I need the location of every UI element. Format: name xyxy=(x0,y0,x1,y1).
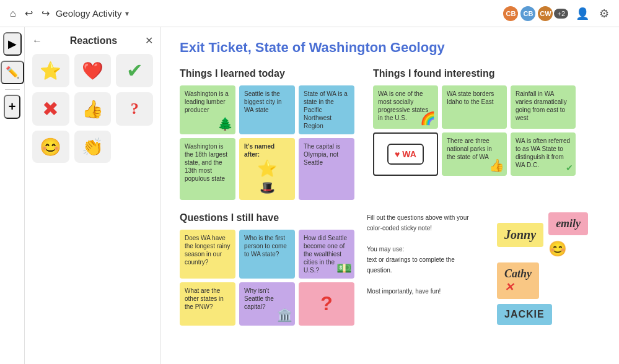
sticky-learned-3[interactable]: State of WA is a state in the Pacific No… xyxy=(299,85,354,134)
top-sections: Things I learned today Washington is a l… xyxy=(180,68,600,200)
reaction-star[interactable]: ⭐ xyxy=(32,54,69,87)
select-tool-button[interactable]: ▶ xyxy=(3,32,22,56)
questions-section: Questions I still have Does WA have the … xyxy=(180,212,354,326)
avatar-2: CB xyxy=(519,5,537,22)
reactions-grid: ⭐ ❤️ ✔ ✖ 👍 ? 😊 👏 xyxy=(32,54,153,163)
pen-tool-button[interactable]: ✏️ xyxy=(1,61,24,84)
wa-label: ♥ WA xyxy=(387,144,424,165)
reaction-thumbs-up[interactable]: 👍 xyxy=(74,92,112,126)
sticky-learned-4[interactable]: Washington is the 18th largest state, an… xyxy=(180,138,235,200)
learned-title: Things I learned today xyxy=(180,68,354,79)
settings-button[interactable]: ⚙ xyxy=(597,4,612,23)
reactions-panel: ← Reactions ✕ ⭐ ❤️ ✔ ✖ 👍 ? 😊 👏 xyxy=(25,27,161,364)
instructions-box: Fill out the questions above with your c… xyxy=(367,212,478,297)
topbar-right: CB CB CW +2 👤 ⚙ xyxy=(502,4,612,23)
sticky-interesting-5[interactable]: There are three national parks in the st… xyxy=(442,132,507,176)
reaction-x[interactable]: ✖ xyxy=(32,92,69,126)
left-sidebar: ▶ ✏️ + xyxy=(0,27,25,364)
sidebar-divider xyxy=(5,89,20,90)
reactions-header: ← Reactions ✕ xyxy=(32,35,153,46)
name-jonny: Jonny xyxy=(497,223,543,247)
sticky-interesting-1[interactable]: WA is one of the most socially progressi… xyxy=(373,85,438,129)
avatar-1: CB xyxy=(502,5,519,22)
smile-emoji-area: 😊 xyxy=(548,240,588,258)
title-dropdown-button[interactable]: ▾ xyxy=(125,9,129,18)
name-stickers: Jonny emily 😊 Cathy✕ JACKIE xyxy=(497,212,600,325)
home-button[interactable]: ⌂ xyxy=(7,6,19,22)
share-button[interactable]: 👤 xyxy=(573,4,592,23)
redo-button[interactable]: ↪ xyxy=(39,5,52,22)
reaction-clap[interactable]: 👏 xyxy=(74,131,112,163)
sticky-q5[interactable]: Why isn't Seattle the capital? 🏛️ xyxy=(239,282,295,326)
learned-grid: Washington is a leading lumber producer … xyxy=(180,85,354,200)
main-area: ▶ ✏️ + ← Reactions ✕ ⭐ ❤️ ✔ ✖ 👍 ? 😊 👏 Ex… xyxy=(0,27,619,364)
interesting-section: Things I found interesting WA is one of … xyxy=(373,68,608,200)
canvas: Exit Ticket, State of Washington Geology… xyxy=(161,27,619,364)
learned-section: Things I learned today Washington is a l… xyxy=(180,68,354,200)
sticky-learned-1[interactable]: Washington is a leading lumber producer … xyxy=(180,85,235,134)
document-title: Geology Activity xyxy=(56,8,122,19)
sticky-q4[interactable]: What are the other states in the PNW? xyxy=(180,282,235,326)
interesting-grid: WA is one of the most socially progressi… xyxy=(373,85,608,176)
undo-button[interactable]: ↩ xyxy=(22,5,35,22)
reaction-check[interactable]: ✔ xyxy=(116,54,153,87)
reaction-smile[interactable]: 😊 xyxy=(32,131,69,163)
sticky-wa-badge[interactable]: ♥ WA xyxy=(373,132,438,176)
reaction-heart[interactable]: ❤️ xyxy=(74,54,112,87)
avatar-group: CB CB CW +2 xyxy=(502,5,568,22)
name-col-3: Cathy✕ JACKIE xyxy=(497,262,552,325)
reactions-close-button[interactable]: ✕ xyxy=(145,35,153,46)
extra-users-badge: +2 xyxy=(554,9,568,19)
sticky-q1[interactable]: Does WA have the longest rainy season in… xyxy=(180,230,235,279)
sticky-interesting-6[interactable]: WA is often referred to as WA State to d… xyxy=(511,132,576,176)
avatar-3: CW xyxy=(537,5,554,22)
reactions-title: Reactions xyxy=(70,35,117,46)
sticky-q3[interactable]: How did Seattle become one of the wealth… xyxy=(299,230,354,279)
sticky-q2[interactable]: Who is the first person to come to WA st… xyxy=(239,230,295,279)
add-tool-button[interactable]: + xyxy=(4,95,21,119)
reaction-question[interactable]: ? xyxy=(116,92,153,126)
sticky-learned-5[interactable]: It's named after: ⭐ 🎩 xyxy=(239,138,295,200)
sticky-interesting-3[interactable]: Rainfall in WA varies dramatically going… xyxy=(511,85,576,129)
name-cathy: Cathy✕ xyxy=(497,262,539,299)
questions-grid: Does WA have the longest rainy season in… xyxy=(180,230,354,326)
interesting-title: Things I found interesting xyxy=(373,68,608,79)
sticky-interesting-2[interactable]: WA state borders Idaho to the East xyxy=(442,85,507,129)
questions-title: Questions I still have xyxy=(180,212,354,223)
instructions-text: Fill out the questions above with your c… xyxy=(367,212,478,297)
reactions-back-button[interactable]: ← xyxy=(32,35,42,46)
bottom-row: Questions I still have Does WA have the … xyxy=(180,212,600,326)
sticky-q6[interactable]: ? xyxy=(299,282,354,326)
name-emily: emily xyxy=(548,212,588,235)
topbar-left: ⌂ ↩ ↪ Geology Activity ▾ xyxy=(7,5,497,22)
canvas-title: Exit Ticket, State of Washington Geology xyxy=(180,40,600,56)
sticky-learned-2[interactable]: Seattle is the biggest city in WA state xyxy=(239,85,295,134)
topbar: ⌂ ↩ ↪ Geology Activity ▾ CB CB CW +2 👤 ⚙ xyxy=(0,0,619,27)
name-jackie: JACKIE xyxy=(497,304,552,325)
sticky-learned-6[interactable]: The capital is Olympia, not Seattle xyxy=(299,138,354,200)
smile-emoji: 😊 xyxy=(548,240,567,258)
name-col-2: emily 😊 xyxy=(548,212,588,258)
